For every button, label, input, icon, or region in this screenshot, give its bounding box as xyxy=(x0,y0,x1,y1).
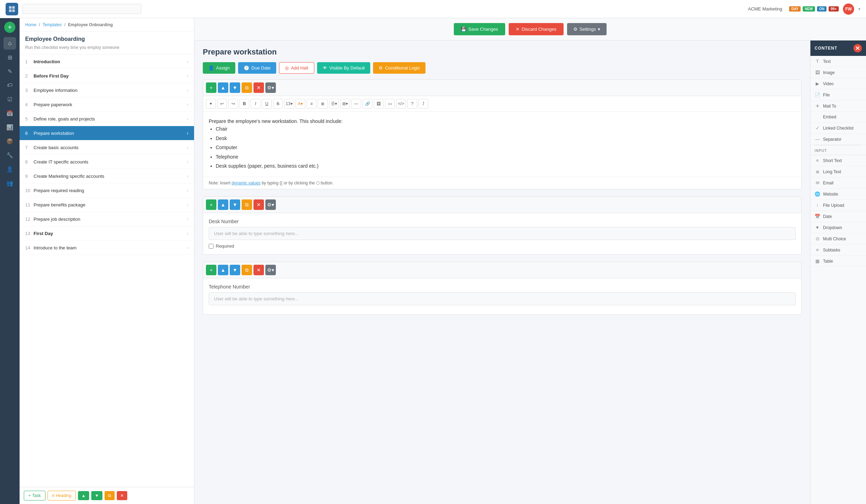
block-move-up-button[interactable]: ▲ xyxy=(218,82,228,93)
editor-bold-button[interactable]: B xyxy=(239,99,249,109)
panel-input-item-table[interactable]: ▦ Table xyxy=(810,256,866,267)
right-panel-close-button[interactable]: ✕ xyxy=(853,44,862,52)
panel-item-image[interactable]: 🖼 Image xyxy=(810,67,866,78)
block-move-down-button[interactable]: ▼ xyxy=(230,82,240,93)
block-delete-button[interactable]: ✕ xyxy=(253,82,264,93)
add-halt-button[interactable]: ◎ Add Halt xyxy=(279,62,314,74)
editor-magic-button[interactable]: ✦ xyxy=(206,99,216,109)
move-up-button[interactable]: ▲ xyxy=(78,491,89,500)
checklist-item-14[interactable]: 14 Introduce to the team › xyxy=(20,241,194,255)
sidebar-icon-checklist[interactable]: ☑ xyxy=(3,93,16,105)
block-settings-button[interactable]: ⚙▾ xyxy=(265,82,276,93)
sidebar-icon-person[interactable]: 👤 xyxy=(3,163,16,175)
checklist-item-9[interactable]: 9 Create Marketing specific accounts › xyxy=(20,169,194,183)
editor-code-button[interactable]: </> xyxy=(396,99,406,109)
editor-align-button[interactable]: ☰▾ xyxy=(329,99,339,109)
panel-item-file[interactable]: 📄 File xyxy=(810,89,866,101)
editor-table-button[interactable]: ⊞▾ xyxy=(340,99,350,109)
assign-button[interactable]: 👤 Assign xyxy=(203,62,235,74)
sidebar-icon-home[interactable]: ⌂ xyxy=(3,37,16,50)
checklist-item-11[interactable]: 11 Prepare benefits package › xyxy=(20,198,194,212)
panel-input-item-dropdown[interactable]: ▼ Dropdown xyxy=(810,222,866,233)
checklist-item-13[interactable]: 13 First Day › xyxy=(20,226,194,241)
panel-item-video[interactable]: ▶ Video xyxy=(810,78,866,89)
editor-color-button[interactable]: A▾ xyxy=(295,99,305,109)
panel-input-item-short-text[interactable]: ≡ Short Text xyxy=(810,155,866,166)
panel-input-item-file-upload[interactable]: ↑ File Upload xyxy=(810,200,866,211)
sidebar-icon-edit[interactable]: ✎ xyxy=(3,65,16,78)
checklist-item-6[interactable]: 6 Prepare workstation › xyxy=(20,126,194,140)
panel-input-item-subtasks[interactable]: ≡ Subtasks xyxy=(810,244,866,256)
block-duplicate-button[interactable]: ⧉ xyxy=(242,82,252,93)
checklist-item-8[interactable]: 8 Create IT specific accounts › xyxy=(20,155,194,169)
block-settings-button-1[interactable]: ⚙▾ xyxy=(265,199,276,210)
checklist-item-5[interactable]: 5 Define role, goals and projects › xyxy=(20,112,194,126)
editor-ul-button[interactable]: ≡ xyxy=(307,99,316,109)
copy-button[interactable]: ⧉ xyxy=(105,491,115,500)
panel-item-separator[interactable]: — Separator xyxy=(810,134,866,145)
checklist-item-12[interactable]: 12 Prepare job description › xyxy=(20,212,194,226)
sidebar-icon-wrench[interactable]: 🔧 xyxy=(3,149,16,161)
block-up-button-2[interactable]: ▲ xyxy=(218,265,228,275)
panel-item-linked-checklist[interactable]: ✓ Linked Checklist xyxy=(810,123,866,134)
block-copy-button-1[interactable]: ⧉ xyxy=(242,199,252,210)
add-task-button[interactable]: + Task xyxy=(24,491,45,501)
block-delete-button-2[interactable]: ✕ xyxy=(253,265,264,275)
panel-input-item-website[interactable]: 🌐 Website xyxy=(810,189,866,200)
user-avatar[interactable]: FW xyxy=(843,3,854,15)
block-up-button-1[interactable]: ▲ xyxy=(218,199,228,210)
editor-strikethrough-button[interactable]: S xyxy=(273,99,283,109)
text-editor-content[interactable]: Prepare the employee's new workstation. … xyxy=(203,112,801,177)
editor-media-button[interactable]: ▭ xyxy=(385,99,395,109)
sidebar-icon-grid[interactable]: ⊞ xyxy=(3,51,16,64)
editor-link-button[interactable]: 🔗 xyxy=(363,99,372,109)
sidebar-icon-calendar[interactable]: 📅 xyxy=(3,107,16,119)
checklist-item-2[interactable]: 2 Before First Day › xyxy=(20,69,194,83)
panel-item-text[interactable]: T Text xyxy=(810,56,866,67)
settings-button[interactable]: ⚙ Settings ▾ xyxy=(567,23,607,35)
block-copy-button-2[interactable]: ⧉ xyxy=(242,265,252,275)
sidebar-icon-tag[interactable]: 🏷 xyxy=(3,79,16,92)
editor-image-button[interactable]: 🖼 xyxy=(374,99,384,109)
desk-number-required-checkbox[interactable] xyxy=(209,244,214,249)
editor-redo-button[interactable]: ↪ xyxy=(228,99,238,109)
sidebar-icon-box[interactable]: 📦 xyxy=(3,135,16,147)
panel-item-mail-to[interactable]: ✈ Mail To xyxy=(810,101,866,112)
sidebar-icon-chart[interactable]: 📊 xyxy=(3,121,16,133)
delete-button[interactable]: ✕ xyxy=(117,491,127,500)
panel-input-item-email[interactable]: ✉ Email xyxy=(810,177,866,189)
checklist-item-4[interactable]: 4 Prepare paperwork › xyxy=(20,97,194,112)
panel-input-item-multi-choice[interactable]: ⊙ Multi Choice xyxy=(810,233,866,244)
due-date-button[interactable]: 🕐 Due Date xyxy=(238,62,276,74)
add-heading-button[interactable]: # Heading xyxy=(48,491,76,501)
panel-input-item-date[interactable]: 📅 Date xyxy=(810,211,866,222)
conditional-logic-button[interactable]: ⚙ Conditional Logic xyxy=(373,62,425,74)
editor-undo-button[interactable]: ↩ xyxy=(217,99,227,109)
dynamic-values-link[interactable]: dynamic values xyxy=(231,181,260,185)
global-add-button[interactable]: + xyxy=(4,22,15,33)
block-add-button-1[interactable]: + xyxy=(206,199,216,210)
breadcrumb-templates[interactable]: Templates xyxy=(43,22,62,27)
block-down-button-1[interactable]: ▼ xyxy=(230,199,240,210)
editor-help-button[interactable]: ? xyxy=(407,99,417,109)
checklist-item-7[interactable]: 7 Create basic accounts › xyxy=(20,140,194,155)
checklist-item-3[interactable]: 3 Employee information › xyxy=(20,83,194,97)
block-add-button-2[interactable]: + xyxy=(206,265,216,275)
block-down-button-2[interactable]: ▼ xyxy=(230,265,240,275)
sidebar-icon-group[interactable]: 👥 xyxy=(3,177,16,189)
breadcrumb-home[interactable]: Home xyxy=(25,22,36,27)
editor-share-button[interactable]: ⤴ xyxy=(418,99,428,109)
checklist-item-1[interactable]: 1 Introduction › xyxy=(20,54,194,69)
editor-fontsize-button[interactable]: 13▾ xyxy=(284,99,294,109)
search-input[interactable] xyxy=(22,4,141,14)
save-changes-button[interactable]: 💾 Save Changes xyxy=(454,23,505,35)
editor-underline-button[interactable]: U xyxy=(262,99,272,109)
panel-item-embed[interactable]: Embed xyxy=(810,112,866,123)
editor-ol-button[interactable]: ≣ xyxy=(318,99,328,109)
checklist-item-10[interactable]: 10 Prepare required reading › xyxy=(20,183,194,198)
panel-input-item-long-text[interactable]: ≣ Long Text xyxy=(810,166,866,177)
visible-by-default-button[interactable]: 👁 Visible By Default xyxy=(317,62,371,74)
block-settings-button-2[interactable]: ⚙▾ xyxy=(265,265,276,275)
block-delete-button-1[interactable]: ✕ xyxy=(253,199,264,210)
editor-hr-button[interactable]: — xyxy=(351,99,361,109)
